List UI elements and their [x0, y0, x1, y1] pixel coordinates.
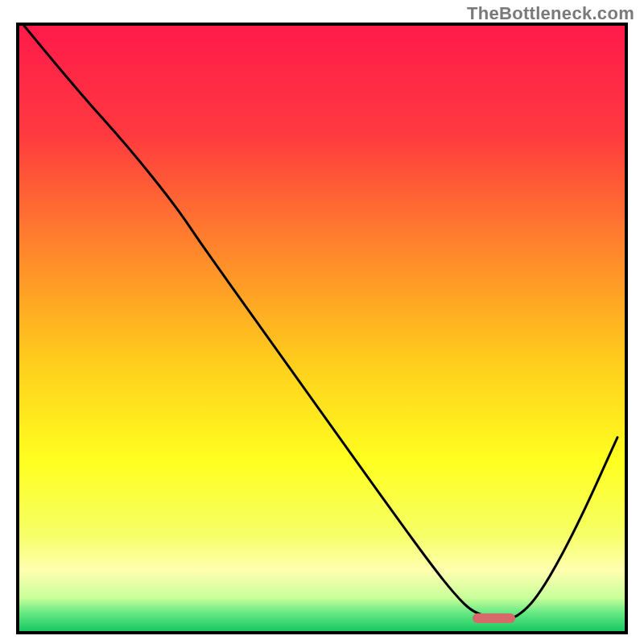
optimal-range-marker	[473, 613, 515, 623]
watermark-label: TheBottleneck.com	[467, 3, 634, 24]
chart-stage: TheBottleneck.com	[0, 0, 644, 644]
plot-area	[16, 23, 628, 634]
bottleneck-curve	[19, 26, 625, 631]
